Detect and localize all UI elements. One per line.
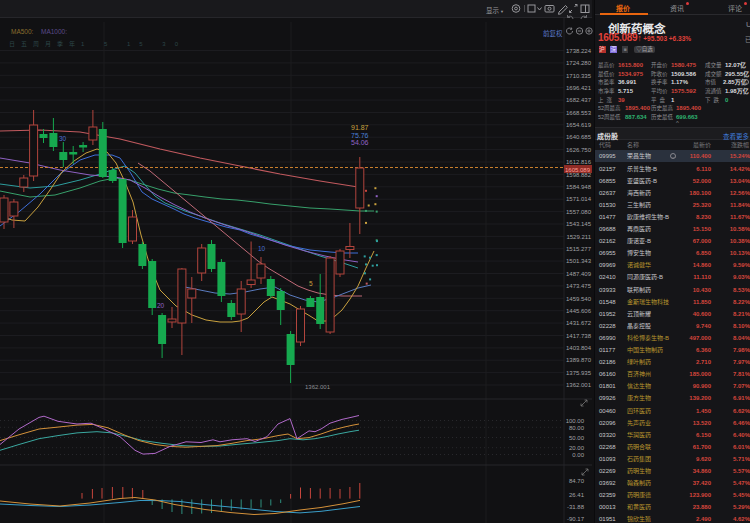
svg-text:1612.816: 1612.816 (566, 159, 592, 165)
svg-text:1584.948: 1584.948 (566, 184, 592, 190)
svg-text:1362.001: 1362.001 (305, 384, 331, 390)
svg-text:1640.685: 1640.685 (566, 134, 592, 140)
svg-text:80.00: 80.00 (569, 425, 585, 431)
svg-text:1487.409: 1487.409 (566, 271, 592, 277)
svg-text:91.87: 91.87 (351, 124, 369, 131)
svg-text:-90.17: -90.17 (567, 516, 585, 522)
svg-text:1682.437: 1682.437 (566, 97, 592, 103)
svg-text:1445.606: 1445.606 (566, 308, 592, 314)
svg-text:30: 30 (59, 135, 67, 142)
svg-text:0.00: 0.00 (572, 452, 584, 458)
svg-text:20: 20 (157, 302, 165, 309)
svg-text:1654.619: 1654.619 (566, 122, 592, 128)
svg-text:1724.280: 1724.280 (566, 60, 592, 66)
svg-text:50.00: 50.00 (569, 435, 585, 441)
svg-text:1403.804: 1403.804 (566, 345, 592, 351)
svg-text:20.00: 20.00 (569, 445, 585, 451)
svg-text:75.76: 75.76 (351, 132, 369, 139)
svg-text:1501.343: 1501.343 (566, 258, 592, 264)
svg-text:1389.870: 1389.870 (566, 357, 592, 363)
svg-text:1417.738: 1417.738 (566, 333, 592, 339)
svg-text:1543.145: 1543.145 (566, 221, 592, 227)
svg-text:1529.211: 1529.211 (566, 234, 591, 240)
svg-text:1515.277: 1515.277 (566, 246, 592, 252)
svg-text:1557.080: 1557.080 (566, 209, 592, 215)
svg-text:100.00: 100.00 (566, 418, 585, 424)
svg-text:1375.935: 1375.935 (566, 370, 592, 376)
svg-text:1668.553: 1668.553 (566, 110, 592, 116)
svg-text:1431.672: 1431.672 (566, 320, 592, 326)
svg-text:1362.001: 1362.001 (566, 382, 592, 388)
svg-text:1459.540: 1459.540 (566, 296, 592, 302)
svg-text:84.70: 84.70 (569, 478, 585, 484)
svg-text:1738.224: 1738.224 (566, 48, 592, 54)
svg-text:10: 10 (258, 245, 266, 252)
svg-text:1605.089: 1605.089 (565, 167, 591, 173)
svg-text:1710.335: 1710.335 (566, 73, 592, 79)
svg-text:54.06: 54.06 (351, 139, 369, 146)
svg-text:5: 5 (309, 280, 313, 287)
svg-text:1473.475: 1473.475 (566, 283, 592, 289)
svg-text:1696.421: 1696.421 (566, 85, 592, 91)
svg-text:-31.88: -31.88 (567, 504, 585, 510)
svg-text:1571.014: 1571.014 (566, 196, 592, 202)
svg-text:26.41: 26.41 (569, 492, 585, 498)
svg-text:1626.750: 1626.750 (566, 147, 592, 153)
